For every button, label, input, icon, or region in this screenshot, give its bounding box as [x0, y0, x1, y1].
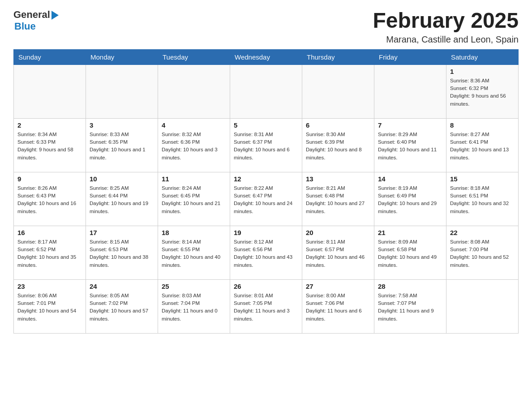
calendar-cell	[158, 64, 230, 118]
day-info: Sunrise: 8:11 AMSunset: 6:57 PMDaylight:…	[306, 238, 370, 269]
calendar-cell: 20Sunrise: 8:11 AMSunset: 6:57 PMDayligh…	[302, 226, 374, 279]
calendar-cell: 19Sunrise: 8:12 AMSunset: 6:56 PMDayligh…	[230, 226, 302, 279]
day-info: Sunrise: 8:09 AMSunset: 6:58 PMDaylight:…	[378, 238, 442, 269]
day-info: Sunrise: 8:31 AMSunset: 6:37 PMDaylight:…	[234, 131, 298, 162]
header-thursday: Thursday	[302, 49, 374, 64]
day-info: Sunrise: 8:26 AMSunset: 6:43 PMDaylight:…	[17, 184, 82, 215]
day-info: Sunrise: 8:27 AMSunset: 6:41 PMDaylight:…	[450, 131, 515, 162]
location-title: Marana, Castille and Leon, Spain	[373, 34, 519, 45]
day-number: 9	[17, 175, 82, 183]
calendar-cell	[86, 64, 158, 118]
logo-text-general: General	[13, 9, 50, 21]
day-info: Sunrise: 8:30 AMSunset: 6:39 PMDaylight:…	[306, 131, 370, 162]
calendar-cell	[302, 64, 374, 118]
day-number: 14	[378, 175, 442, 183]
day-number: 8	[450, 121, 515, 129]
logo-text-blue: Blue	[14, 21, 36, 32]
day-number: 3	[90, 121, 154, 129]
calendar-cell: 15Sunrise: 8:18 AMSunset: 6:51 PMDayligh…	[446, 172, 519, 226]
header-monday: Monday	[86, 49, 158, 64]
calendar-week-3: 9Sunrise: 8:26 AMSunset: 6:43 PMDaylight…	[14, 172, 519, 226]
calendar-cell: 18Sunrise: 8:14 AMSunset: 6:55 PMDayligh…	[158, 226, 230, 279]
day-number: 16	[17, 229, 82, 236]
calendar-cell: 17Sunrise: 8:15 AMSunset: 6:53 PMDayligh…	[86, 226, 158, 279]
day-number: 25	[162, 283, 226, 290]
day-info: Sunrise: 7:58 AMSunset: 7:07 PMDaylight:…	[378, 292, 442, 323]
day-info: Sunrise: 8:36 AMSunset: 6:32 PMDaylight:…	[450, 77, 515, 108]
day-info: Sunrise: 8:01 AMSunset: 7:05 PMDaylight:…	[234, 292, 298, 323]
calendar-cell: 5Sunrise: 8:31 AMSunset: 6:37 PMDaylight…	[230, 118, 302, 172]
day-number: 26	[234, 283, 298, 290]
page-header: General Blue February 2025 Marana, Casti…	[13, 9, 519, 45]
day-info: Sunrise: 8:25 AMSunset: 6:44 PMDaylight:…	[90, 184, 154, 215]
calendar-cell: 25Sunrise: 8:03 AMSunset: 7:04 PMDayligh…	[158, 279, 230, 333]
day-info: Sunrise: 8:00 AMSunset: 7:06 PMDaylight:…	[306, 292, 370, 323]
day-number: 21	[378, 229, 442, 236]
day-info: Sunrise: 8:03 AMSunset: 7:04 PMDaylight:…	[162, 292, 226, 323]
calendar-cell: 3Sunrise: 8:33 AMSunset: 6:35 PMDaylight…	[86, 118, 158, 172]
month-title: February 2025	[373, 9, 519, 33]
calendar-cell: 10Sunrise: 8:25 AMSunset: 6:44 PMDayligh…	[86, 172, 158, 226]
day-info: Sunrise: 8:29 AMSunset: 6:40 PMDaylight:…	[378, 131, 442, 162]
day-number: 10	[90, 175, 154, 183]
day-info: Sunrise: 8:15 AMSunset: 6:53 PMDaylight:…	[90, 238, 154, 269]
day-number: 4	[162, 121, 226, 129]
calendar-cell	[374, 64, 446, 118]
day-number: 23	[17, 283, 82, 290]
calendar-cell	[446, 279, 519, 333]
calendar-header-row: Sunday Monday Tuesday Wednesday Thursday…	[14, 49, 519, 64]
logo: General Blue	[13, 9, 59, 32]
calendar-cell: 12Sunrise: 8:22 AMSunset: 6:47 PMDayligh…	[230, 172, 302, 226]
day-number: 22	[450, 229, 515, 236]
day-number: 1	[450, 68, 515, 75]
day-number: 6	[306, 121, 370, 129]
day-info: Sunrise: 8:22 AMSunset: 6:47 PMDaylight:…	[234, 184, 298, 215]
calendar-cell: 13Sunrise: 8:21 AMSunset: 6:48 PMDayligh…	[302, 172, 374, 226]
day-number: 11	[162, 175, 226, 183]
calendar-cell: 4Sunrise: 8:32 AMSunset: 6:36 PMDaylight…	[158, 118, 230, 172]
day-number: 18	[162, 229, 226, 236]
calendar-cell	[230, 64, 302, 118]
day-info: Sunrise: 8:08 AMSunset: 7:00 PMDaylight:…	[450, 238, 515, 269]
calendar-week-2: 2Sunrise: 8:34 AMSunset: 6:33 PMDaylight…	[14, 118, 519, 172]
day-number: 28	[378, 283, 442, 290]
day-info: Sunrise: 8:19 AMSunset: 6:49 PMDaylight:…	[378, 184, 442, 215]
calendar-cell: 6Sunrise: 8:30 AMSunset: 6:39 PMDaylight…	[302, 118, 374, 172]
calendar-table: Sunday Monday Tuesday Wednesday Thursday…	[13, 49, 519, 334]
header-sunday: Sunday	[14, 49, 86, 64]
title-block: February 2025 Marana, Castille and Leon,…	[373, 9, 519, 45]
day-number: 2	[17, 121, 82, 129]
calendar-cell: 9Sunrise: 8:26 AMSunset: 6:43 PMDaylight…	[14, 172, 86, 226]
day-number: 27	[306, 283, 370, 290]
day-number: 19	[234, 229, 298, 236]
calendar-cell: 23Sunrise: 8:06 AMSunset: 7:01 PMDayligh…	[14, 279, 86, 333]
day-number: 24	[90, 283, 154, 290]
header-saturday: Saturday	[446, 49, 519, 64]
day-number: 13	[306, 175, 370, 183]
calendar-cell: 24Sunrise: 8:05 AMSunset: 7:02 PMDayligh…	[86, 279, 158, 333]
header-tuesday: Tuesday	[158, 49, 230, 64]
day-number: 7	[378, 121, 442, 129]
calendar-cell: 8Sunrise: 8:27 AMSunset: 6:41 PMDaylight…	[446, 118, 519, 172]
day-info: Sunrise: 8:12 AMSunset: 6:56 PMDaylight:…	[234, 238, 298, 269]
day-number: 15	[450, 175, 515, 183]
day-info: Sunrise: 8:05 AMSunset: 7:02 PMDaylight:…	[90, 292, 154, 323]
day-info: Sunrise: 8:06 AMSunset: 7:01 PMDaylight:…	[17, 292, 82, 323]
calendar-cell: 27Sunrise: 8:00 AMSunset: 7:06 PMDayligh…	[302, 279, 374, 333]
calendar-cell	[14, 64, 86, 118]
calendar-week-5: 23Sunrise: 8:06 AMSunset: 7:01 PMDayligh…	[14, 279, 519, 333]
day-info: Sunrise: 8:33 AMSunset: 6:35 PMDaylight:…	[90, 131, 154, 162]
day-info: Sunrise: 8:17 AMSunset: 6:52 PMDaylight:…	[17, 238, 82, 269]
calendar-cell: 14Sunrise: 8:19 AMSunset: 6:49 PMDayligh…	[374, 172, 446, 226]
day-info: Sunrise: 8:18 AMSunset: 6:51 PMDaylight:…	[450, 184, 515, 215]
calendar-cell: 16Sunrise: 8:17 AMSunset: 6:52 PMDayligh…	[14, 226, 86, 279]
day-number: 5	[234, 121, 298, 129]
header-friday: Friday	[374, 49, 446, 64]
calendar-cell: 21Sunrise: 8:09 AMSunset: 6:58 PMDayligh…	[374, 226, 446, 279]
calendar-cell: 28Sunrise: 7:58 AMSunset: 7:07 PMDayligh…	[374, 279, 446, 333]
calendar-cell: 2Sunrise: 8:34 AMSunset: 6:33 PMDaylight…	[14, 118, 86, 172]
calendar-cell: 1Sunrise: 8:36 AMSunset: 6:32 PMDaylight…	[446, 64, 519, 118]
calendar-cell: 26Sunrise: 8:01 AMSunset: 7:05 PMDayligh…	[230, 279, 302, 333]
header-wednesday: Wednesday	[230, 49, 302, 64]
day-number: 12	[234, 175, 298, 183]
